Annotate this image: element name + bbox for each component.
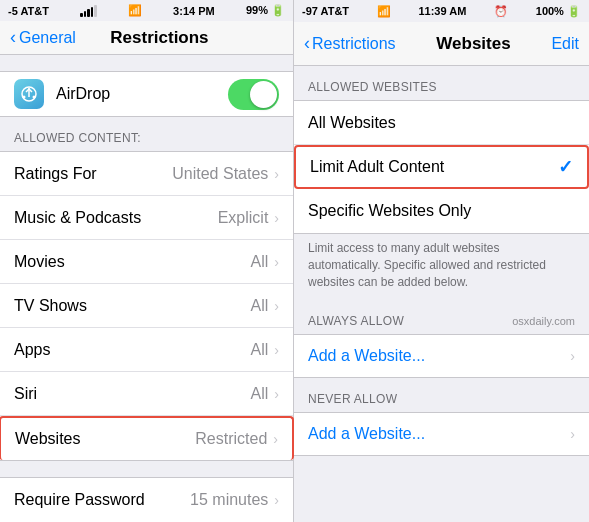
limit-adult-description: Limit access to many adult websites auto…: [294, 234, 589, 300]
wifi-icon-right: 📶: [377, 5, 391, 18]
ratings-for-value: United States: [172, 165, 268, 183]
never-allow-add-label: Add a Website...: [308, 425, 570, 443]
tv-shows-label: TV Shows: [14, 297, 251, 315]
airdrop-row: AirDrop: [14, 72, 279, 116]
all-websites-label: All Websites: [308, 114, 575, 132]
chevron-icon: ›: [273, 431, 278, 447]
apps-value: All: [251, 341, 269, 359]
time-left: 3:14 PM: [173, 5, 215, 17]
require-section: Require Password 15 minutes › Require pa…: [0, 461, 293, 522]
ratings-for-row[interactable]: Ratings For United States ›: [0, 152, 293, 196]
always-allow-add-label: Add a Website...: [308, 347, 570, 365]
allowed-websites-group: All Websites Limit Adult Content ✓ Speci…: [294, 100, 589, 234]
carrier-right: -97 AT&T: [302, 5, 349, 17]
websites-value: Restricted: [195, 430, 267, 448]
never-allow-header: NEVER ALLOW: [294, 378, 589, 412]
allowed-websites-header: ALLOWED WEBSITES: [294, 66, 589, 100]
websites-row[interactable]: Websites Restricted ›: [0, 416, 294, 460]
movies-row[interactable]: Movies All ›: [0, 240, 293, 284]
status-bar-right: -97 AT&T 📶 11:39 AM ⏰ 100% 🔋: [294, 0, 589, 22]
airdrop-label: AirDrop: [56, 85, 216, 103]
music-podcasts-row[interactable]: Music & Podcasts Explicit ›: [0, 196, 293, 240]
chevron-icon: ›: [274, 166, 279, 182]
svg-point-3: [33, 96, 36, 99]
require-group: Require Password 15 minutes ›: [0, 477, 293, 522]
battery-right: 100% 🔋: [536, 5, 581, 18]
movies-value: All: [251, 253, 269, 271]
nav-bar-left: ‹ General Restrictions: [0, 21, 293, 55]
ratings-for-label: Ratings For: [14, 165, 172, 183]
airdrop-section: AirDrop: [0, 71, 293, 117]
always-allow-header: ALWAYS ALLOW: [308, 314, 404, 328]
tv-shows-value: All: [251, 297, 269, 315]
chevron-icon: ›: [274, 298, 279, 314]
allowed-content-header: ALLOWED CONTENT:: [0, 117, 293, 151]
wifi-icon-left: 📶: [128, 4, 142, 17]
tv-shows-row[interactable]: TV Shows All ›: [0, 284, 293, 328]
osxdaily-watermark: osxdaily.com: [512, 315, 575, 327]
nav-title-left: Restrictions: [76, 28, 243, 48]
svg-point-2: [23, 96, 26, 99]
music-podcasts-label: Music & Podcasts: [14, 209, 218, 227]
battery-left: 99% 🔋: [246, 4, 285, 17]
apps-row[interactable]: Apps All ›: [0, 328, 293, 372]
signal-bars-left: [80, 5, 97, 17]
always-allow-header-row: ALWAYS ALLOW osxdaily.com: [294, 300, 589, 334]
chevron-icon: ›: [274, 492, 279, 508]
chevron-icon: ›: [570, 426, 575, 442]
left-panel: -5 AT&T 📶 3:14 PM 99% 🔋 ‹ General Restri…: [0, 0, 294, 522]
limit-adult-label: Limit Adult Content: [310, 158, 558, 176]
chevron-back-icon-left: ‹: [10, 27, 16, 48]
specific-websites-label: Specific Websites Only: [308, 202, 575, 220]
chevron-icon: ›: [274, 210, 279, 226]
chevron-icon: ›: [274, 386, 279, 402]
all-websites-row[interactable]: All Websites: [294, 101, 589, 145]
siri-row[interactable]: Siri All ›: [0, 372, 293, 416]
chevron-icon: ›: [570, 348, 575, 364]
airdrop-toggle[interactable]: [228, 79, 279, 110]
apps-label: Apps: [14, 341, 251, 359]
alarm-icon: ⏰: [494, 5, 508, 18]
specific-websites-row[interactable]: Specific Websites Only: [294, 189, 589, 233]
music-podcasts-value: Explicit: [218, 209, 269, 227]
status-bar-left: -5 AT&T 📶 3:14 PM 99% 🔋: [0, 0, 293, 21]
never-allow-add-row[interactable]: Add a Website... ›: [294, 412, 589, 456]
siri-label: Siri: [14, 385, 251, 403]
settings-group-left: Ratings For United States › Music & Podc…: [0, 151, 293, 461]
always-allow-add-row[interactable]: Add a Website... ›: [294, 334, 589, 378]
nav-bar-right: ‹ Restrictions Websites Edit: [294, 22, 589, 66]
require-password-label: Require Password: [14, 491, 190, 509]
nav-back-right[interactable]: ‹ Restrictions: [304, 33, 396, 54]
nav-back-left[interactable]: ‹ General: [10, 27, 76, 48]
nav-back-label-right[interactable]: Restrictions: [312, 35, 396, 53]
carrier-left: -5 AT&T: [8, 5, 49, 17]
chevron-icon: ›: [274, 342, 279, 358]
chevron-back-icon-right: ‹: [304, 33, 310, 54]
chevron-icon: ›: [274, 254, 279, 270]
siri-value: All: [251, 385, 269, 403]
airdrop-icon: [14, 79, 44, 109]
checkmark-icon: ✓: [558, 156, 573, 178]
right-panel: -97 AT&T 📶 11:39 AM ⏰ 100% 🔋 ‹ Restricti…: [294, 0, 589, 522]
limit-adult-row[interactable]: Limit Adult Content ✓: [294, 145, 589, 189]
require-password-value: 15 minutes: [190, 491, 268, 509]
nav-edit-button[interactable]: Edit: [551, 35, 579, 53]
time-right: 11:39 AM: [418, 5, 466, 17]
require-password-row[interactable]: Require Password 15 minutes ›: [0, 478, 293, 522]
nav-back-label-left[interactable]: General: [19, 29, 76, 47]
nav-title-right: Websites: [396, 34, 552, 54]
movies-label: Movies: [14, 253, 251, 271]
websites-label: Websites: [15, 430, 195, 448]
